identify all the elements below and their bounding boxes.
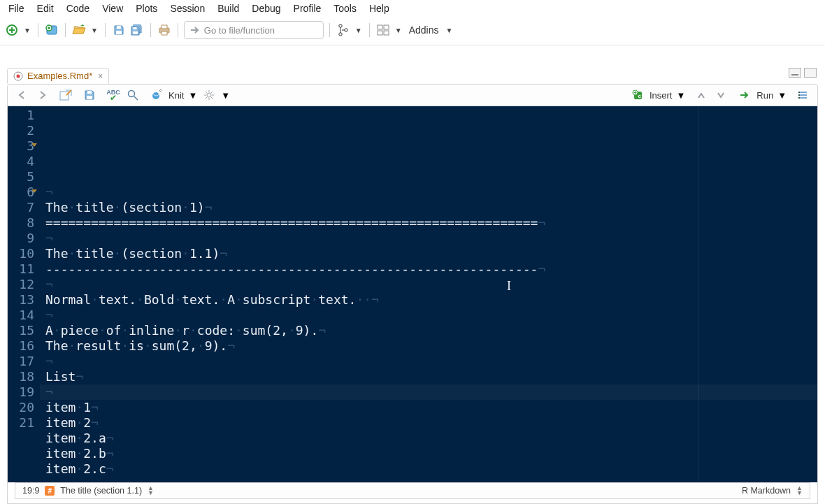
open-file-icon[interactable] — [71, 22, 87, 38]
code-line[interactable]: ----------------------------------------… — [45, 261, 812, 277]
new-file-icon[interactable] — [4, 22, 20, 38]
outline-section-picker[interactable]: The title (section 1.1) — [60, 486, 142, 496]
line-number: 3 — [12, 138, 34, 154]
svg-rect-4 — [117, 26, 121, 29]
line-number: 21 — [12, 415, 34, 431]
knit-dropdown[interactable]: ▼ — [188, 90, 197, 101]
git-dropdown[interactable]: ▼ — [354, 27, 364, 34]
run-button[interactable]: Run — [756, 90, 773, 101]
file-mode-updown-icon[interactable]: ▲▼ — [796, 486, 803, 496]
svg-rect-9 — [162, 31, 167, 35]
code-line[interactable]: The·title·(section·1.1)¬ — [45, 246, 812, 261]
outline-toggle-icon[interactable] — [795, 87, 810, 103]
knit-options-gear-icon[interactable] — [201, 87, 217, 103]
outline-section-updown-icon[interactable]: ▲▼ — [148, 486, 154, 496]
save-all-icon[interactable] — [129, 22, 145, 38]
toolbar-separator — [369, 23, 370, 37]
line-number-gutter: 123456789101112131415161718192021 — [8, 106, 40, 482]
svg-point-12 — [345, 29, 347, 31]
menu-plots[interactable]: Plots — [130, 1, 163, 15]
code-line[interactable]: item·2.a¬ — [45, 431, 812, 446]
svg-point-11 — [339, 33, 342, 36]
knit-icon[interactable] — [149, 87, 164, 103]
run-icon[interactable] — [737, 87, 752, 103]
close-tab-icon[interactable]: × — [96, 71, 103, 81]
panes-icon[interactable] — [375, 22, 391, 38]
insert-chunk-icon[interactable]: c — [630, 87, 645, 103]
nav-back-icon[interactable] — [15, 87, 30, 103]
fold-arrow-icon[interactable] — [31, 143, 37, 147]
menu-help[interactable]: Help — [364, 1, 395, 15]
code-area[interactable]: I ¬The·title·(section·1)¬===============… — [40, 106, 817, 482]
menu-tools[interactable]: Tools — [328, 1, 362, 15]
line-number: 15 — [12, 323, 34, 338]
code-line[interactable]: item·1¬ — [45, 400, 812, 415]
menu-profile[interactable]: Profile — [288, 1, 327, 15]
menu-debug[interactable]: Debug — [246, 1, 286, 15]
file-mode-picker[interactable]: R Markdown — [742, 486, 791, 496]
code-line[interactable]: The·result·is·sum(2,·9).¬ — [45, 338, 812, 354]
print-icon[interactable] — [157, 22, 172, 38]
svg-point-18 — [17, 74, 20, 78]
svg-point-10 — [339, 24, 342, 27]
code-line[interactable]: A·piece·of·inline·r·code:·sum(2,·9).¬ — [45, 323, 812, 338]
line-number: 20 — [12, 400, 34, 415]
spellcheck-icon[interactable]: ABC ✔ — [106, 87, 121, 103]
new-project-icon[interactable] — [44, 22, 59, 38]
minimize-pane-icon[interactable] — [789, 68, 801, 78]
fold-arrow-icon[interactable] — [31, 189, 37, 193]
code-line[interactable]: item·2¬ — [45, 415, 812, 431]
goto-file-function-input[interactable]: Go to file/function — [184, 21, 324, 39]
menu-build[interactable]: Build — [212, 1, 245, 15]
code-line[interactable]: ¬ — [45, 231, 812, 246]
toolbar-separator — [65, 23, 66, 37]
maximize-pane-icon[interactable] — [804, 68, 817, 78]
run-dropdown[interactable]: ▼ — [777, 90, 787, 101]
code-line[interactable]: item·2.c¬ — [45, 461, 812, 477]
addins-dropdown[interactable]: ▼ — [444, 27, 454, 34]
knit-options-dropdown[interactable]: ▼ — [221, 90, 230, 101]
find-replace-icon[interactable] — [125, 87, 141, 103]
toolbar-separator — [178, 23, 178, 37]
addins-button[interactable]: Addins — [406, 24, 442, 36]
code-line[interactable]: ========================================… — [45, 215, 812, 231]
chunk-next-icon[interactable] — [713, 87, 729, 103]
code-line[interactable]: ¬ — [45, 354, 812, 369]
menu-code[interactable]: Code — [61, 1, 95, 15]
toolbar-separator — [105, 23, 106, 37]
chunk-prev-icon[interactable] — [694, 87, 709, 103]
new-file-dropdown[interactable]: ▼ — [22, 27, 32, 34]
show-in-new-window-icon[interactable] — [58, 87, 73, 103]
insert-dropdown[interactable]: ▼ — [676, 90, 685, 101]
code-line[interactable]: List¬ — [45, 369, 812, 384]
menu-session[interactable]: Session — [164, 1, 210, 15]
main-toolbar: ▼ ▼ Go to file/function ▼ ▼ Addins ▼ — [0, 18, 825, 45]
code-line[interactable]: ¬ — [45, 477, 812, 482]
editor-tab-examples-rmd[interactable]: Examples.Rmd* × — [7, 68, 109, 84]
menu-file[interactable]: File — [3, 1, 30, 15]
code-line[interactable]: The·title·(section·1)¬ — [45, 200, 812, 215]
open-recent-dropdown[interactable]: ▼ — [89, 27, 99, 34]
code-line[interactable]: ¬ — [45, 185, 812, 200]
panes-dropdown[interactable]: ▼ — [394, 27, 403, 34]
rmd-file-icon — [13, 71, 23, 81]
code-line[interactable]: ¬ — [45, 277, 812, 292]
save-file-icon[interactable] — [82, 87, 97, 103]
nav-forward-icon[interactable] — [34, 87, 50, 103]
git-icon[interactable] — [336, 22, 351, 38]
code-line[interactable]: ¬ — [45, 308, 812, 323]
code-line[interactable]: item·2.b¬ — [45, 446, 812, 461]
line-number: 19 — [12, 384, 34, 400]
line-number: 16 — [12, 338, 34, 354]
pane-window-controls — [789, 68, 817, 78]
save-icon[interactable] — [111, 22, 127, 38]
code-editor[interactable]: 123456789101112131415161718192021 I ¬The… — [8, 106, 817, 482]
menu-view[interactable]: View — [96, 1, 129, 15]
svg-rect-21 — [87, 91, 92, 94]
menu-edit[interactable]: Edit — [31, 1, 59, 15]
insert-button[interactable]: Insert — [650, 90, 673, 101]
knit-button[interactable]: Knit — [168, 90, 184, 101]
line-number: 17 — [12, 354, 34, 369]
svg-rect-5 — [133, 31, 138, 34]
code-line[interactable]: Normal·text.·Bold·text.·A·subscript·text… — [45, 292, 812, 308]
